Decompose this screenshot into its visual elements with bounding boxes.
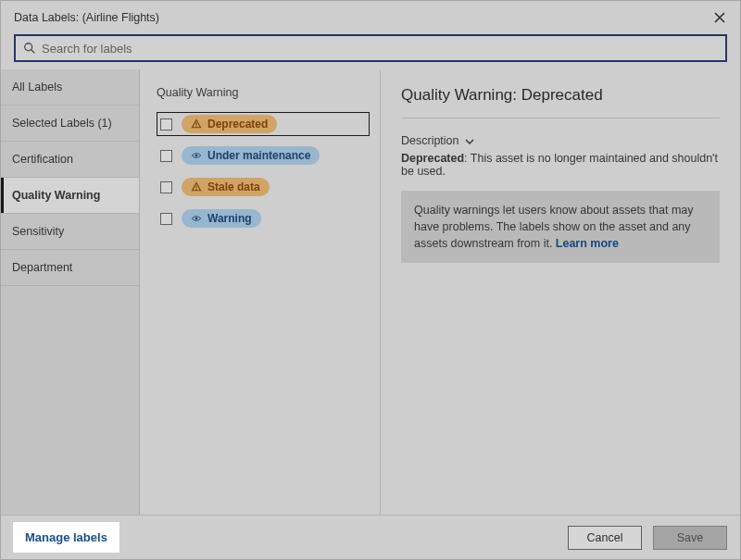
detail-title: Quality Warning: Deprecated — [401, 86, 720, 105]
label-name: Stale data — [207, 180, 260, 193]
label-pill: Under maintenance — [182, 146, 320, 165]
dialog-footer: Manage labels Cancel Save — [1, 515, 740, 559]
svg-point-0 — [25, 44, 32, 51]
label-row-stale-data[interactable]: Stale data — [157, 175, 370, 199]
search-input[interactable] — [42, 42, 718, 56]
label-name: Deprecated — [207, 118, 268, 131]
label-pill: Warning — [182, 209, 261, 228]
label-list-panel: Quality Warning Deprecated — [140, 69, 381, 515]
checkbox[interactable] — [160, 150, 172, 162]
learn-more-link[interactable]: Learn more — [556, 237, 619, 250]
sidebar-item-label: All Labels — [12, 81, 62, 93]
chevron-down-icon — [465, 136, 474, 145]
label-pill: Stale data — [182, 178, 270, 196]
data-labels-dialog: Data Labels: (Airline Flights) All Label… — [0, 0, 741, 560]
description-label: Description — [401, 134, 459, 147]
sidebar-item-sensitivity[interactable]: Sensitivity — [1, 214, 139, 250]
sidebar: All Labels Selected Labels (1) Certifica… — [1, 69, 140, 515]
label-row-warning[interactable]: Warning — [157, 206, 370, 230]
svg-point-3 — [195, 126, 196, 127]
close-icon[interactable] — [712, 10, 727, 25]
sidebar-item-label: Selected Labels (1) — [12, 117, 112, 130]
sidebar-item-label: Certification — [12, 153, 73, 166]
dialog-title: Data Labels: (Airline Flights) — [14, 11, 159, 24]
sidebar-item-quality-warning[interactable]: Quality Warning — [1, 178, 139, 214]
description-toggle[interactable]: Description — [401, 134, 474, 147]
label-row-deprecated[interactable]: Deprecated — [157, 112, 370, 136]
sidebar-item-label: Sensitivity — [12, 225, 64, 238]
search-field[interactable] — [14, 34, 727, 62]
checkbox[interactable] — [160, 181, 172, 193]
dialog-body: All Labels Selected Labels (1) Certifica… — [1, 69, 740, 515]
dialog-header: Data Labels: (Airline Flights) — [1, 1, 740, 32]
cancel-button[interactable]: Cancel — [568, 526, 642, 550]
sidebar-item-label: Department — [12, 261, 72, 274]
label-list: Deprecated Under maintenance — [157, 112, 370, 230]
save-button[interactable]: Save — [653, 526, 727, 550]
checkbox[interactable] — [160, 118, 172, 131]
label-name: Warning — [207, 212, 252, 225]
svg-point-7 — [195, 218, 198, 220]
divider — [401, 118, 720, 118]
category-heading: Quality Warning — [157, 86, 370, 99]
description-text: Deprecated: This asset is no longer main… — [401, 152, 720, 178]
checkbox[interactable] — [160, 213, 172, 225]
info-box: Quality warnings let users know about as… — [401, 191, 720, 263]
label-name: Under maintenance — [207, 149, 310, 162]
sidebar-item-department[interactable]: Department — [1, 250, 139, 286]
svg-point-6 — [195, 189, 196, 190]
sidebar-item-label: Quality Warning — [12, 189, 100, 202]
warning-triangle-icon — [191, 181, 202, 193]
description-name: Deprecated — [401, 152, 464, 165]
label-pill: Deprecated — [182, 115, 277, 133]
label-row-under-maintenance[interactable]: Under maintenance — [157, 143, 370, 168]
warning-triangle-icon — [191, 118, 202, 130]
eye-icon — [191, 150, 202, 161]
sidebar-item-selected-labels[interactable]: Selected Labels (1) — [1, 106, 139, 142]
description-sep: : — [464, 152, 471, 165]
sidebar-item-certification[interactable]: Certification — [1, 142, 139, 178]
footer-buttons: Cancel Save — [568, 526, 727, 550]
eye-icon — [191, 213, 202, 224]
sidebar-item-all-labels[interactable]: All Labels — [1, 69, 139, 106]
svg-line-1 — [31, 50, 35, 54]
svg-point-4 — [195, 155, 198, 157]
info-text: Quality warnings let users know about as… — [414, 204, 694, 250]
search-icon — [23, 42, 36, 55]
manage-labels-link[interactable]: Manage labels — [14, 523, 119, 552]
detail-panel: Quality Warning: Deprecated Description … — [381, 69, 740, 515]
